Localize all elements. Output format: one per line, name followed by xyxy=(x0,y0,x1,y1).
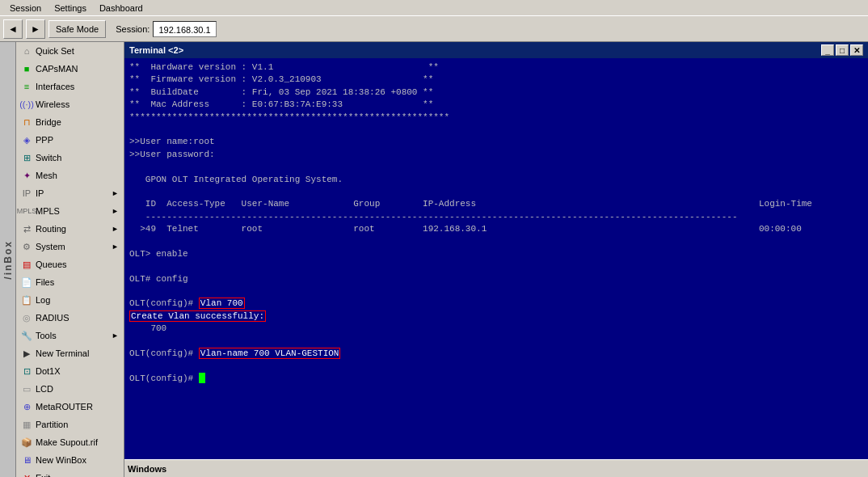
back-icon: ◄ xyxy=(8,23,18,35)
sidebar-item-log[interactable]: 📋 Log xyxy=(16,291,124,309)
system-icon: ⚙ xyxy=(21,241,32,252)
tools-arrow: ► xyxy=(112,331,119,340)
menu-bar: Session Settings Dashboard xyxy=(0,0,868,16)
terminal-maximize-button[interactable]: □ xyxy=(836,44,849,56)
sidebar-item-bridge[interactable]: ⊓ Bridge xyxy=(16,113,124,131)
winbox-label: /inBox xyxy=(2,240,14,280)
sidebar-item-switch[interactable]: ⊞ Switch xyxy=(16,149,124,167)
safe-mode-button[interactable]: Safe Mode xyxy=(48,20,106,38)
ip-arrow: ► xyxy=(112,189,119,197)
sidebar-item-capsman[interactable]: ■ CAPsMAN xyxy=(16,60,124,78)
sidebar-item-wireless[interactable]: ((·)) Wireless xyxy=(16,95,124,113)
windows-bar: Windows xyxy=(124,459,868,477)
switch-icon: ⊞ xyxy=(21,152,32,163)
menu-dashboard[interactable]: Dashboard xyxy=(93,2,150,15)
sidebar-item-queues[interactable]: ▤ Queues xyxy=(16,255,124,273)
supout-icon: 📦 xyxy=(21,437,32,448)
sidebar-label-system: System xyxy=(36,242,65,251)
terminal-minimize-button[interactable]: _ xyxy=(821,44,834,56)
sidebar-label-mpls: MPLS xyxy=(36,206,60,216)
windows-label: Windows xyxy=(128,464,166,474)
quick-set-icon: ⌂ xyxy=(21,45,32,57)
new-terminal-icon: ▶ xyxy=(21,348,32,359)
sidebar-item-metarouter[interactable]: ⊕ MetaROUTER xyxy=(16,398,124,416)
winbox-edge: /inBox xyxy=(0,42,16,477)
exit-icon: ✕ xyxy=(21,472,32,477)
sidebar-item-routing[interactable]: ⇄ Routing ► xyxy=(16,220,124,238)
terminal-close-button[interactable]: ✕ xyxy=(850,44,863,56)
terminal-cursor xyxy=(199,373,205,383)
menu-session[interactable]: Session xyxy=(3,2,48,15)
sidebar-label-switch: Switch xyxy=(36,153,61,163)
mpls-arrow: ► xyxy=(112,207,119,215)
sidebar-label-bridge: Bridge xyxy=(36,117,61,127)
sidebar-label-dot1x: Dot1X xyxy=(36,366,61,376)
new-winbox-icon: 🖥 xyxy=(21,454,32,466)
cmd3-highlight: Vlan-name 700 VLAN-GESTION xyxy=(199,348,341,359)
session-ip: 192.168.30.1 xyxy=(153,21,216,37)
sidebar-item-ppp[interactable]: ◈ PPP xyxy=(16,131,124,149)
terminal-container: Terminal <2> _ □ ✕ ** Hardware version :… xyxy=(124,42,868,477)
sidebar-item-tools[interactable]: 🔧 Tools ► xyxy=(16,327,124,344)
cmd1-highlight: Vlan 700 xyxy=(199,298,245,309)
dot1x-icon: ⊡ xyxy=(21,365,32,377)
sidebar-item-mesh[interactable]: ✦ Mesh xyxy=(16,167,124,184)
sidebar-item-new-terminal[interactable]: ▶ New Terminal xyxy=(16,344,124,362)
sidebar-label-routing: Routing xyxy=(36,224,66,234)
sidebar-label-tools: Tools xyxy=(36,331,57,340)
files-icon: 📄 xyxy=(21,276,32,288)
sidebar-label-ip: IP xyxy=(36,188,44,198)
sidebar-label-new-terminal: New Terminal xyxy=(36,348,89,358)
sidebar-label-new-winbox: New WinBox xyxy=(36,455,86,465)
sidebar-item-dot1x[interactable]: ⊡ Dot1X xyxy=(16,362,124,380)
terminal-title: Terminal <2> xyxy=(129,45,820,55)
sidebar: ⌂ Quick Set ■ CAPsMAN ≡ Interfaces ((·))… xyxy=(16,42,124,477)
routing-arrow: ► xyxy=(112,225,119,233)
sidebar-label-wireless: Wireless xyxy=(36,99,70,109)
ip-icon: IP xyxy=(21,188,32,199)
sidebar-label-partition: Partition xyxy=(36,420,68,429)
sidebar-item-interfaces[interactable]: ≡ Interfaces xyxy=(16,78,124,95)
sidebar-item-radius[interactable]: ◎ RADIUS xyxy=(16,309,124,327)
sidebar-label-interfaces: Interfaces xyxy=(36,82,74,91)
metarouter-icon: ⊕ xyxy=(21,401,32,412)
terminal-output: ** Hardware version : V1.1 ** ** Firmwar… xyxy=(129,62,812,383)
main-layout: /inBox ⌂ Quick Set ■ CAPsMAN ≡ Interface… xyxy=(0,42,868,477)
log-icon: 📋 xyxy=(21,294,32,306)
session-label: Session: xyxy=(116,24,150,34)
sidebar-label-lcd: LCD xyxy=(36,384,53,394)
back-button[interactable]: ◄ xyxy=(3,19,23,39)
sidebar-label-exit: Exit xyxy=(36,473,50,477)
sidebar-label-log: Log xyxy=(36,295,50,305)
sidebar-label-ppp: PPP xyxy=(36,135,53,145)
sidebar-item-partition[interactable]: ▦ Partition xyxy=(16,416,124,433)
toolbar: ◄ ► Safe Mode Session: 192.168.30.1 xyxy=(0,16,868,42)
forward-button[interactable]: ► xyxy=(26,19,45,39)
sidebar-label-files: Files xyxy=(36,277,54,287)
terminal-titlebar: Terminal <2> _ □ ✕ xyxy=(124,42,868,58)
sidebar-label-make-supout: Make Supout.rif xyxy=(36,437,98,447)
sidebar-item-quick-set[interactable]: ⌂ Quick Set xyxy=(16,42,124,60)
mpls-icon: MPLS xyxy=(21,205,32,217)
sidebar-item-exit[interactable]: ✕ Exit xyxy=(16,469,124,477)
sidebar-item-system[interactable]: ⚙ System ► xyxy=(16,238,124,255)
terminal-body[interactable]: ** Hardware version : V1.1 ** ** Firmwar… xyxy=(124,58,868,459)
sidebar-item-lcd[interactable]: ▭ LCD xyxy=(16,380,124,398)
sidebar-item-files[interactable]: 📄 Files xyxy=(16,273,124,291)
sidebar-item-ip[interactable]: IP IP ► xyxy=(16,184,124,202)
sidebar-item-new-winbox[interactable]: 🖥 New WinBox xyxy=(16,451,124,469)
sidebar-label-radius: RADIUS xyxy=(36,313,70,323)
sidebar-label-quick-set: Quick Set xyxy=(36,46,74,56)
queues-icon: ▤ xyxy=(21,259,32,270)
sidebar-item-make-supout[interactable]: 📦 Make Supout.rif xyxy=(16,433,124,451)
partition-icon: ▦ xyxy=(21,419,32,430)
tools-icon: 🔧 xyxy=(21,330,32,341)
ppp-icon: ◈ xyxy=(21,134,32,146)
wireless-icon: ((·)) xyxy=(21,99,32,110)
menu-settings[interactable]: Settings xyxy=(48,2,93,15)
forward-icon: ► xyxy=(31,23,40,35)
radius-icon: ◎ xyxy=(21,312,32,323)
interfaces-icon: ≡ xyxy=(21,81,32,92)
capsman-icon: ■ xyxy=(21,63,32,74)
sidebar-item-mpls[interactable]: MPLS MPLS ► xyxy=(16,202,124,220)
